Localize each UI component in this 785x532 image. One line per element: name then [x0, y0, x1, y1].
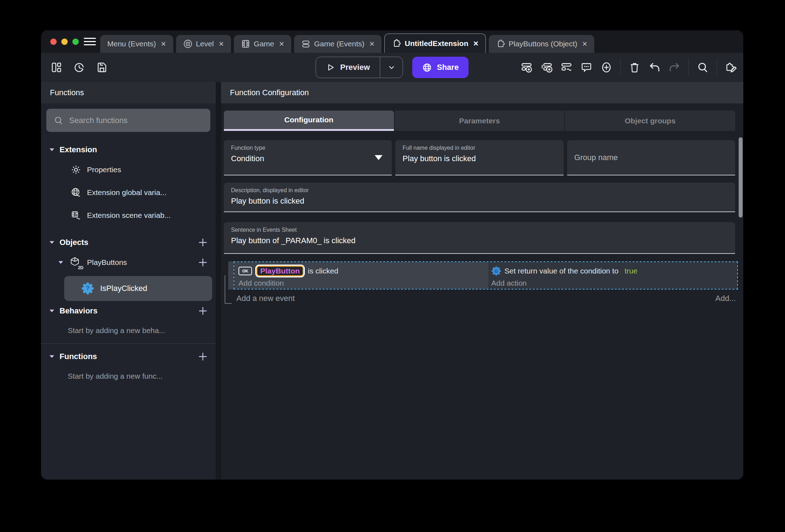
app-window: Menu (Events) × Level × Game × — [41, 30, 743, 480]
edit-extension-icon[interactable] — [725, 61, 737, 73]
function-configuration-panel: Function Configuration Configuration Par… — [221, 82, 743, 480]
description-field[interactable]: Description, displayed in editor Play bu… — [224, 183, 735, 212]
search-icon — [53, 116, 63, 126]
group-name-field[interactable]: Group name — [567, 140, 735, 175]
play-icon — [326, 63, 335, 72]
tab-object-groups[interactable]: Object groups — [565, 111, 735, 131]
close-window-button[interactable] — [50, 39, 57, 45]
trash-icon[interactable] — [628, 61, 641, 73]
add-behavior-button[interactable] — [197, 305, 209, 317]
tab-bar: Menu (Events) × Level × Game × — [41, 30, 743, 53]
selected-event[interactable]: OK PlayButton is clicked Add condition G — [234, 261, 738, 290]
tab-game-events[interactable]: Game (Events) × — [294, 35, 381, 53]
event-indent-bracket — [225, 275, 232, 304]
toolbar-divider — [620, 59, 621, 76]
form-row-1: Function type Condition Full name displa… — [224, 140, 735, 175]
tab-untitled-extension[interactable]: UntitledExtension × — [384, 34, 486, 53]
close-icon[interactable]: × — [278, 40, 284, 48]
add-object-function-button[interactable] — [197, 257, 209, 268]
section-functions[interactable]: Functions — [41, 348, 216, 365]
comment-icon[interactable] — [580, 61, 592, 73]
tab-label: Menu (Events) — [107, 40, 156, 48]
section-objects[interactable]: Objects — [41, 234, 216, 251]
history-icon[interactable] — [73, 61, 85, 73]
tab-level[interactable]: Level × — [176, 35, 231, 53]
add-more-button[interactable]: Add... — [715, 294, 736, 303]
function-type-select[interactable]: Function type Condition — [224, 140, 392, 175]
2d-badge: 2D — [78, 265, 83, 270]
add-new-event-button[interactable]: Add a new event — [236, 294, 295, 303]
chevron-down-icon[interactable] — [49, 309, 55, 313]
preview-split-button: Preview — [315, 57, 403, 78]
preview-button[interactable]: Preview — [316, 57, 380, 78]
add-action-button[interactable]: Add action — [491, 278, 737, 288]
events-sheet-icon — [301, 39, 311, 48]
event-row[interactable]: OK PlayButton is clicked Add condition G — [228, 261, 738, 290]
close-icon[interactable]: × — [217, 40, 224, 48]
add-other-event-icon[interactable] — [560, 61, 573, 73]
undo-icon[interactable] — [648, 61, 661, 73]
film-icon — [241, 39, 250, 48]
object-2d-cube-icon: 2D — [69, 256, 81, 268]
minimize-window-button[interactable] — [61, 39, 68, 45]
tab-parameters[interactable]: Parameters — [395, 111, 565, 131]
functions-empty-text: Start by adding a new func... — [41, 365, 216, 387]
share-button[interactable]: Share — [412, 57, 469, 78]
actions-column[interactable]: G Set return value of the condition to t… — [488, 262, 737, 289]
main-menu-icon[interactable] — [84, 30, 96, 53]
full-name-field[interactable]: Full name displayed in editor Play butto… — [395, 140, 563, 175]
tab-label: Game (Events) — [314, 40, 364, 48]
preview-options-button[interactable] — [380, 57, 403, 78]
share-label: Share — [437, 63, 459, 72]
add-subevent-icon[interactable] — [540, 61, 553, 73]
chevron-down-icon[interactable] — [49, 241, 55, 244]
section-behaviors[interactable]: Behaviors — [41, 302, 216, 319]
add-condition-button[interactable]: Add condition — [238, 278, 488, 288]
chevron-down-icon[interactable] — [49, 355, 55, 358]
toolbar-divider — [688, 59, 689, 76]
action-value[interactable]: true — [625, 267, 637, 275]
section-extension[interactable]: Extension — [41, 141, 216, 158]
sentence-field[interactable]: Sentence in Events Sheet Play button of … — [224, 222, 735, 254]
close-icon[interactable]: × — [472, 39, 478, 48]
functions-sidebar: Functions Extension Properties — [41, 82, 216, 480]
add-circle-icon[interactable] — [600, 61, 612, 73]
redo-icon[interactable] — [668, 61, 681, 73]
dropdown-arrow-icon[interactable] — [375, 155, 383, 160]
sidebar-item-extension-scene-variables[interactable]: Extension scene variab... — [41, 204, 216, 227]
tab-menu-events[interactable]: Menu (Events) × — [100, 35, 173, 53]
tab-label: Level — [196, 40, 214, 48]
close-icon[interactable]: × — [368, 40, 374, 48]
chevron-down-icon[interactable] — [58, 261, 63, 264]
panel-layout-icon[interactable] — [50, 61, 62, 73]
toolbar: Preview Share — [41, 53, 743, 82]
toolbar-center: Preview Share — [315, 57, 468, 78]
add-event-icon[interactable] — [520, 61, 533, 73]
sidebar-item-properties[interactable]: Properties — [41, 158, 216, 181]
main-scrollbar[interactable] — [739, 137, 743, 218]
conditions-column[interactable]: OK PlayButton is clicked Add condition — [234, 262, 488, 289]
sidebar-item-extension-global-variables[interactable]: Extension global varia... — [41, 181, 216, 204]
puzzle-icon — [496, 39, 505, 48]
close-icon[interactable]: × — [581, 40, 587, 48]
save-icon[interactable] — [96, 61, 108, 73]
tab-configuration[interactable]: Configuration — [224, 111, 394, 131]
search-icon[interactable] — [697, 61, 709, 73]
chevron-down-icon[interactable] — [49, 148, 55, 152]
preview-label: Preview — [340, 63, 370, 72]
window-controls — [41, 30, 84, 53]
close-icon[interactable]: × — [160, 40, 166, 48]
tab-playbuttons-object[interactable]: PlayButtons (Object) × — [489, 35, 595, 53]
gdevelop-gear-icon: G — [491, 266, 501, 276]
add-function-button[interactable] — [197, 351, 209, 362]
search-functions-input[interactable] — [69, 116, 205, 125]
sidebar-item-playbuttons[interactable]: 2D PlayButtons — [41, 251, 216, 274]
zoom-window-button[interactable] — [72, 39, 79, 45]
tab-game[interactable]: Game × — [234, 35, 291, 53]
globe-icon — [422, 63, 432, 72]
sidebar-item-isplayclicked[interactable]: ? IsPlayClicked — [64, 276, 212, 301]
condition-object-chip[interactable]: PlayButton — [256, 266, 304, 276]
add-object-button[interactable] — [197, 237, 209, 248]
toolbar-divider — [717, 59, 717, 76]
search-functions-box[interactable] — [46, 109, 210, 132]
